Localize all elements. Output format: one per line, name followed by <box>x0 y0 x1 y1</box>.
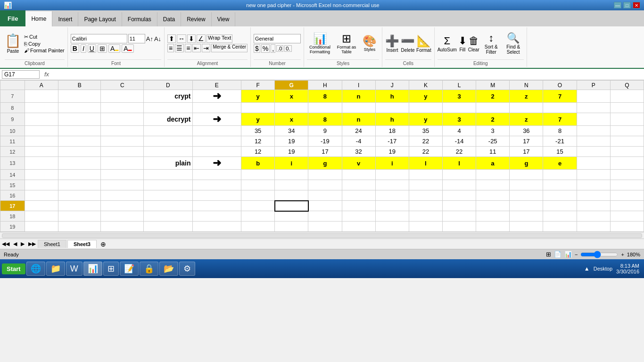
cell-a12[interactable] <box>25 147 58 157</box>
copy-btn[interactable]: ⎘ Copy <box>24 41 65 47</box>
sheet-nav-right[interactable]: ▶▶ <box>26 241 38 247</box>
format-as-table-btn[interactable]: ⊞ Format as Table <box>335 32 358 55</box>
cell-e13[interactable]: ➜ <box>192 157 241 170</box>
cell-l12[interactable]: 22 <box>442 147 476 157</box>
cell-i13[interactable]: v <box>342 157 375 170</box>
cell-f11[interactable]: 12 <box>241 136 275 147</box>
decrease-indent-btn[interactable]: ⇤ <box>192 44 201 52</box>
font-name-input[interactable] <box>71 34 127 43</box>
cell-e11[interactable] <box>192 136 241 147</box>
col-header-b[interactable]: B <box>58 81 101 90</box>
autosum-btn[interactable]: Σ AutoSum <box>438 35 457 52</box>
taskbar-settings[interactable]: ⚙ <box>179 262 195 276</box>
cell-j9[interactable]: h <box>375 113 409 126</box>
cell-p9[interactable] <box>577 113 610 126</box>
cell-k9[interactable]: y <box>409 113 442 126</box>
cell-l10[interactable]: 4 <box>442 126 476 136</box>
sheet-tab-sheet3[interactable]: Sheet3 <box>67 240 97 248</box>
cell-e7[interactable]: ➜ <box>192 90 241 103</box>
cell-n12[interactable]: 17 <box>510 147 543 157</box>
col-header-a[interactable]: A <box>25 81 58 90</box>
align-left-btn[interactable]: ≡ <box>167 44 174 52</box>
cell-b7[interactable] <box>58 90 101 103</box>
taskbar-ie[interactable]: 🌐 <box>26 262 45 276</box>
cell-c8[interactable] <box>101 103 144 113</box>
cell-k11[interactable]: 22 <box>409 136 442 147</box>
tab-page-layout[interactable]: Page Layout <box>78 12 122 26</box>
font-size-input[interactable] <box>128 34 145 43</box>
comma-btn[interactable]: , <box>271 44 275 53</box>
delete-btn[interactable]: ➖ Delete <box>401 34 415 53</box>
cell-b8[interactable] <box>58 103 101 113</box>
col-header-e[interactable]: E <box>192 81 241 90</box>
row-num-12[interactable]: 12 <box>0 147 25 157</box>
format-painter-btn[interactable]: 🖌 Format Painter <box>24 48 65 53</box>
cell-p11[interactable] <box>577 136 610 147</box>
cell-a7[interactable] <box>25 90 58 103</box>
cell-j13[interactable]: i <box>375 157 409 170</box>
fill-btn[interactable]: ⬇ Fill <box>458 35 467 52</box>
cell-l8[interactable] <box>442 103 476 113</box>
col-header-i[interactable]: I <box>342 81 375 90</box>
cell-a9[interactable] <box>25 113 58 126</box>
cell-j10[interactable]: 18 <box>375 126 409 136</box>
formula-input[interactable] <box>52 71 642 78</box>
align-bottom-btn[interactable]: ⬇ <box>187 34 196 43</box>
cell-g10[interactable]: 34 <box>275 126 308 136</box>
cell-n13[interactable]: g <box>510 157 543 170</box>
col-header-h[interactable]: H <box>308 81 342 90</box>
cell-e8[interactable] <box>192 103 241 113</box>
cell-o10[interactable]: 8 <box>543 126 577 136</box>
cell-f9[interactable]: y <box>241 113 275 126</box>
start-button[interactable]: Start <box>2 263 25 274</box>
page-layout-view-btn[interactable]: 📄 <box>554 251 561 258</box>
cell-p13[interactable] <box>577 157 610 170</box>
cell-i11[interactable]: -4 <box>342 136 375 147</box>
taskbar-explorer[interactable]: 📁 <box>46 262 65 276</box>
col-header-g[interactable]: G <box>275 81 308 90</box>
cell-c10[interactable] <box>101 126 144 136</box>
cell-j7[interactable]: h <box>375 90 409 103</box>
cell-c12[interactable] <box>101 147 144 157</box>
col-header-f[interactable]: F <box>241 81 275 90</box>
row-num-7[interactable]: 7 <box>0 90 25 103</box>
row-num-14[interactable]: 14 <box>0 170 25 180</box>
increase-decimal-btn[interactable]: 0. <box>284 45 291 52</box>
cell-o12[interactable]: 15 <box>543 147 577 157</box>
normal-view-btn[interactable]: ⊞ <box>546 251 551 258</box>
currency-btn[interactable]: $ <box>254 44 260 53</box>
cell-b12[interactable] <box>58 147 101 157</box>
cell-d8[interactable] <box>144 103 193 113</box>
cell-g12[interactable]: 19 <box>275 147 308 157</box>
cell-q12[interactable] <box>610 147 644 157</box>
cell-e12[interactable] <box>192 147 241 157</box>
cell-g8[interactable] <box>275 103 308 113</box>
cell-h9[interactable]: 8 <box>308 113 342 126</box>
taskbar-notepad[interactable]: 📝 <box>120 262 139 276</box>
row-num-19[interactable]: 19 <box>0 222 25 232</box>
row-num-16[interactable]: 16 <box>0 190 25 201</box>
cell-h10[interactable]: 9 <box>308 126 342 136</box>
cell-q7[interactable] <box>610 90 644 103</box>
tab-home[interactable]: Home <box>25 11 52 26</box>
cell-l7[interactable]: 3 <box>442 90 476 103</box>
cell-f7[interactable]: y <box>241 90 275 103</box>
cell-d9[interactable]: decrypt <box>144 113 193 126</box>
cell-g13[interactable]: i <box>275 157 308 170</box>
cell-k12[interactable]: 22 <box>409 147 442 157</box>
cell-o8[interactable] <box>543 103 577 113</box>
format-btn[interactable]: 📐 Format <box>416 34 431 53</box>
cell-styles-btn[interactable]: 🎨 Styles <box>360 34 379 52</box>
cell-e9[interactable]: ➜ <box>192 113 241 126</box>
cell-g7[interactable]: x <box>275 90 308 103</box>
cell-k13[interactable]: l <box>409 157 442 170</box>
tab-formulas[interactable]: Formulas <box>122 12 157 26</box>
row-num-10[interactable]: 10 <box>0 126 25 136</box>
sheet-nav-next[interactable]: ▶ <box>19 241 26 247</box>
cell-l9[interactable]: 3 <box>442 113 476 126</box>
cell-c9[interactable] <box>101 113 144 126</box>
cell-h11[interactable]: -19 <box>308 136 342 147</box>
cell-e10[interactable] <box>192 126 241 136</box>
cell-p7[interactable] <box>577 90 610 103</box>
name-box[interactable] <box>2 70 40 79</box>
